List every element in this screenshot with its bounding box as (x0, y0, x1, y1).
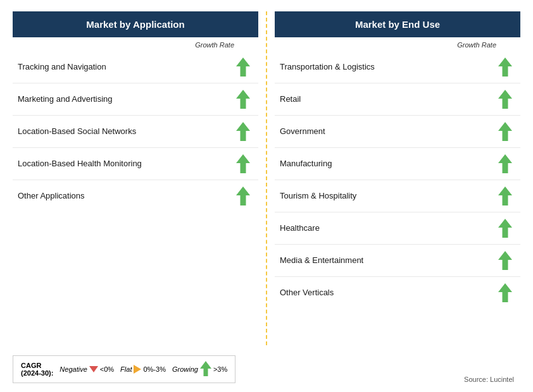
right-panel-header: Market by End Use (275, 11, 520, 37)
legend-flat-value: 0%-3% (143, 365, 165, 373)
bottom-row: CAGR(2024-30): Negative <0% Flat 0%-3% G… (13, 349, 520, 383)
right-item-label: Other Verticals (280, 288, 492, 298)
left-growth-rate-label: Growth Rate (13, 37, 258, 51)
left-arrow-container (230, 122, 256, 141)
right-arrow-container (492, 122, 518, 141)
left-item-label: Location-Based Health Monitoring (18, 159, 230, 169)
left-item-row: Marketing and Advertising (13, 83, 258, 116)
left-item-row: Location-Based Health Monitoring (13, 148, 258, 180)
left-item-label: Location-Based Social Networks (18, 126, 230, 137)
green-up-arrow-icon (236, 122, 250, 141)
green-up-arrow-icon (498, 90, 512, 109)
green-up-arrow-icon (498, 283, 512, 302)
svg-marker-13 (200, 361, 211, 376)
green-up-arrow-icon (200, 361, 211, 377)
right-arrow-container (492, 251, 518, 270)
legend-negative-value: <0% (100, 365, 114, 373)
right-arrow-container (492, 90, 518, 109)
right-arrow-container (492, 219, 518, 238)
right-item-label: Government (280, 126, 492, 137)
right-bottom: Source: Lucintel (464, 372, 520, 383)
right-item-label: Retail (280, 94, 492, 105)
left-arrow-container (230, 58, 256, 77)
svg-marker-7 (498, 122, 512, 141)
right-item-row: Manufacturing (275, 148, 520, 180)
right-panel: Market by End Use Growth Rate Transporta… (268, 11, 520, 345)
legend-title: CAGR(2024-30): (21, 362, 53, 377)
left-panel-header: Market by Application (13, 11, 258, 37)
legend-flat: Flat 0%-3% (120, 365, 166, 374)
left-item-label: Tracking and Navigation (18, 62, 230, 73)
left-item-label: Other Applications (18, 191, 230, 202)
green-up-arrow-icon (498, 219, 512, 238)
svg-marker-1 (236, 90, 250, 109)
svg-marker-0 (236, 58, 250, 77)
svg-marker-2 (236, 122, 250, 141)
svg-marker-10 (498, 219, 512, 238)
legend-flat-label: Flat (120, 365, 132, 373)
left-items-list: Tracking and Navigation Marketing and Ad… (13, 51, 258, 345)
legend-growing-value: >3% (213, 365, 227, 373)
svg-marker-5 (498, 58, 512, 77)
green-up-arrow-icon (498, 187, 512, 205)
legend-growing-label: Growing (172, 365, 198, 373)
left-panel: Market by Application Growth Rate Tracki… (13, 11, 265, 345)
right-item-row: Transportation & Logistics (275, 51, 520, 83)
source-text: Source: Lucintel (464, 376, 520, 383)
legend-box: CAGR(2024-30): Negative <0% Flat 0%-3% G… (13, 355, 235, 383)
right-arrow-container (492, 154, 518, 173)
right-item-row: Retail (275, 83, 520, 116)
right-item-label: Healthcare (280, 223, 492, 234)
right-item-label: Transportation & Logistics (280, 62, 492, 73)
right-arrow-container (492, 187, 518, 205)
green-up-arrow-icon (498, 154, 512, 173)
svg-marker-8 (498, 154, 512, 173)
right-arrow-container (492, 58, 518, 77)
right-items-list: Transportation & Logistics Retail Govern… (275, 51, 520, 345)
svg-marker-6 (498, 90, 512, 109)
red-down-arrow-icon (89, 366, 98, 372)
right-item-label: Tourism & Hospitality (280, 191, 492, 202)
left-item-row: Other Applications (13, 180, 258, 212)
right-item-label: Media & Entertainment (280, 255, 492, 266)
left-arrow-container (230, 90, 256, 109)
orange-right-arrow-icon (134, 365, 141, 374)
green-up-arrow-icon (236, 90, 250, 109)
dashed-divider (266, 11, 267, 345)
svg-marker-9 (498, 187, 512, 205)
right-item-row: Media & Entertainment (275, 245, 520, 277)
left-item-label: Marketing and Advertising (18, 94, 230, 105)
green-up-arrow-icon (236, 154, 250, 173)
legend-negative-label: Negative (60, 365, 87, 373)
left-arrow-container (230, 154, 256, 173)
green-up-arrow-icon (498, 58, 512, 77)
green-up-arrow-icon (236, 58, 250, 77)
left-item-row: Location-Based Social Networks (13, 116, 258, 148)
svg-marker-4 (236, 187, 250, 205)
svg-marker-12 (498, 283, 512, 302)
legend-negative: Negative <0% (60, 365, 114, 373)
green-up-arrow-icon (498, 251, 512, 270)
svg-marker-11 (498, 251, 512, 270)
right-arrow-container (492, 283, 518, 302)
left-arrow-container (230, 187, 256, 205)
green-up-arrow-icon (236, 187, 250, 205)
green-up-arrow-icon (498, 122, 512, 141)
left-item-row: Tracking and Navigation (13, 51, 258, 83)
right-item-label: Manufacturing (280, 159, 492, 169)
svg-marker-3 (236, 154, 250, 173)
right-item-row: Other Verticals (275, 277, 520, 309)
right-item-row: Government (275, 116, 520, 148)
right-item-row: Tourism & Hospitality (275, 180, 520, 212)
legend-growing: Growing >3% (172, 361, 227, 377)
right-growth-rate-label: Growth Rate (275, 37, 520, 51)
right-item-row: Healthcare (275, 212, 520, 245)
